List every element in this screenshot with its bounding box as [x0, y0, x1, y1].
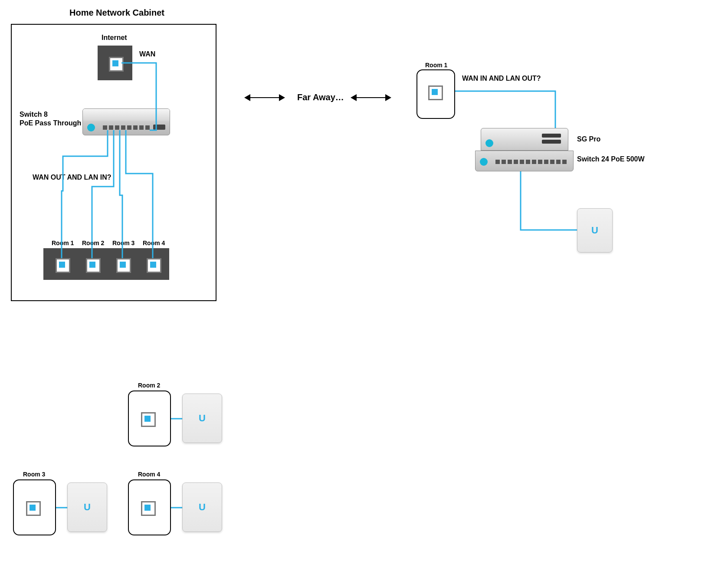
patch-jack-3-icon: [116, 258, 131, 273]
switch24-label: Switch 24 PoE 500W: [577, 155, 645, 163]
switch8-label-1: Switch 8: [20, 111, 48, 118]
room2-jack-icon: [141, 412, 156, 427]
switch8-device: [82, 108, 170, 135]
sg-pro-device: [481, 128, 568, 151]
remote-ap: U: [577, 208, 613, 253]
far-away-label: Far Away…: [297, 92, 344, 102]
patch-jack-1-icon: [56, 258, 70, 273]
room4-ap: U: [182, 482, 222, 532]
room2-ap: U: [182, 394, 222, 443]
patch-label-1: Room 1: [52, 240, 74, 246]
wan-jack-icon: [109, 57, 124, 72]
room4-label: Room 4: [138, 471, 160, 478]
room2-label: Room 2: [138, 382, 160, 389]
switch8-label-2: PoE Pass Through: [20, 119, 81, 127]
room3-jack-icon: [26, 501, 41, 516]
room3-label: Room 3: [23, 471, 45, 478]
remote-question: WAN IN AND LAN OUT?: [462, 75, 541, 82]
arrow-right-icon: [351, 97, 390, 98]
ubiquiti-logo-icon: U: [199, 413, 206, 424]
remote-jack-icon: [428, 85, 443, 100]
remote-room-label: Room 1: [425, 62, 447, 69]
wan-label: WAN: [139, 50, 155, 58]
patch-label-4: Room 4: [143, 240, 165, 246]
diagram-canvas: Home Network Cabinet Internet WAN Switch…: [0, 0, 728, 571]
patch-jack-2-icon: [86, 258, 101, 273]
arrow-left-icon: [245, 97, 284, 98]
switch24-device: [475, 151, 574, 171]
cabinet-question: WAN OUT AND LAN IN?: [33, 174, 111, 181]
ubiquiti-logo-icon: U: [199, 502, 206, 513]
patch-label-2: Room 2: [82, 240, 104, 246]
internet-label: Internet: [102, 34, 127, 42]
room4-jack-icon: [141, 501, 156, 516]
patch-label-3: Room 3: [112, 240, 134, 246]
room3-ap: U: [67, 482, 107, 532]
cabinet-title: Home Network Cabinet: [69, 8, 164, 18]
ubiquiti-logo-icon: U: [84, 502, 91, 513]
sg-pro-label: SG Pro: [577, 135, 600, 143]
ubiquiti-logo-icon: U: [591, 225, 598, 236]
patch-jack-4-icon: [147, 258, 161, 273]
